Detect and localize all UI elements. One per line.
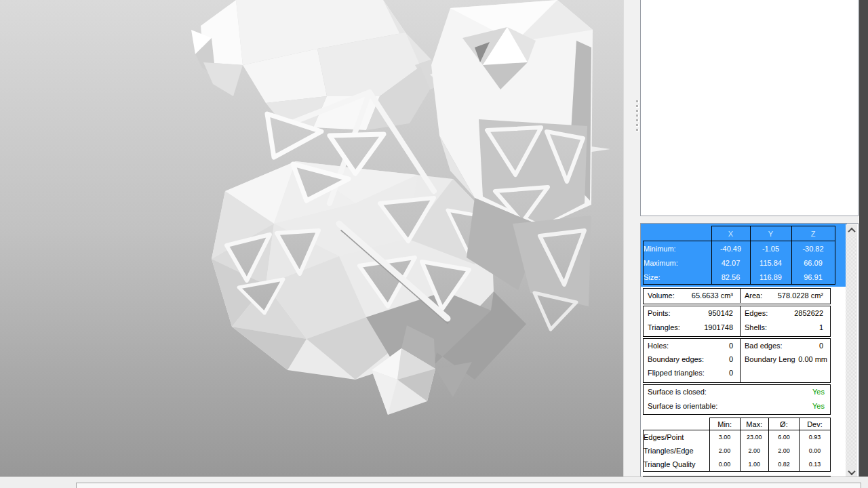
area-value: 578.0228 cm² [778,289,830,303]
app-root: X Y Z Minimum: -40.49 -1.05 -30.82 Maxim… [0,0,868,488]
surface-orientable-row: Surface is orientable: Yes [644,399,830,413]
dims-col-y: Y [750,226,791,241]
chevron-down-icon [848,468,855,475]
holes-value: 0 [729,339,740,352]
holes-label: Holes: [644,339,669,352]
volume-label: Volume: [644,289,675,303]
triangles-label: Triangles: [644,321,680,335]
points-value: 950142 [708,306,740,321]
3d-viewport[interactable] [0,0,623,476]
quality-row-label: Triangle Quality [644,458,710,472]
points-row: Points: 950142 [644,306,740,321]
mesh-counts-box: Points: 950142 Triangles: 1901748 Edges:… [643,306,831,337]
chevron-up-icon [848,228,855,235]
boundary-length-row: Boundary Leng 0.00 mm [741,352,830,366]
mesh-statistics-panel: X Y Z Minimum: -40.49 -1.05 -30.82 Maxim… [640,223,859,480]
status-bar [0,476,868,488]
edges-row: Edges: 2852622 [741,306,830,321]
parts-list-panel [640,0,859,216]
bad-edges-value: 0 [819,339,830,352]
dims-value: 42.07 [711,256,750,270]
dims-value: -40.49 [711,241,750,256]
volume-area-box: Volume: 65.6633 cm³ Area: 578.0228 cm² [643,288,831,304]
triangles-value: 1901748 [704,321,740,335]
quality-value: 2.00 [768,444,799,458]
quality-value: 1.00 [740,458,768,472]
quality-col-avg: Ø: [768,418,799,430]
dimensions-section: X Y Z Minimum: -40.49 -1.05 -30.82 Maxim… [641,224,847,287]
bad-edges-label: Bad edges: [741,339,783,352]
dims-value: -30.82 [791,241,835,256]
dims-row-label: Minimum: [644,241,712,256]
splitter-grip-icon [636,100,639,131]
quality-value: 0.00 [799,444,830,458]
quality-value: 0.82 [768,458,799,472]
shells-value: 1 [819,321,830,335]
panel-splitter[interactable] [623,0,641,476]
triangles-row: Triangles: 1901748 [644,321,740,335]
quality-col-max: Max: [740,418,768,430]
dims-value: 66.09 [791,256,835,270]
dims-row-minimum: Minimum: -40.49 -1.05 -30.82 [644,241,835,256]
surface-status-box: Surface is closed: Yes Surface is orient… [643,384,831,415]
surface-orientable-value: Yes [812,399,830,413]
dimensions-table: X Y Z Minimum: -40.49 -1.05 -30.82 Maxim… [643,226,835,285]
holes-row: Holes: 0 [644,339,740,352]
surface-orientable-label: Surface is orientable: [644,399,717,413]
boundary-edges-label: Boundary edges: [644,352,704,366]
area-label: Area: [741,289,762,303]
scroll-up-button[interactable] [846,224,857,237]
quality-box: Min: Max: Ø: Dev: Edges/Point 3.00 23.00… [643,418,831,474]
quality-row-label: Triangles/Edge [644,444,710,458]
quality-value: 2.00 [740,444,768,458]
quality-col-dev: Dev: [799,418,830,430]
defects-box: Holes: 0 Boundary edges: 0 Flipped trian… [643,338,831,383]
quality-value: 0.00 [709,458,740,472]
dims-row-size: Size: 82.56 116.89 96.91 [644,270,835,285]
dims-row-label: Maximum: [644,256,712,270]
dims-value: 116.89 [750,270,791,285]
dims-corner-cell [644,226,712,241]
quality-corner-cell [644,418,710,430]
quality-value: 3.00 [709,430,740,445]
quality-table: Min: Max: Ø: Dev: Edges/Point 3.00 23.00… [643,418,831,472]
window-edge-strip [859,0,868,483]
shells-label: Shells: [741,321,767,335]
surface-closed-value: Yes [812,385,830,399]
edges-label: Edges: [741,306,768,321]
dims-col-z: Z [791,226,835,241]
dims-value: 96.91 [791,270,835,285]
points-label: Points: [644,306,671,321]
stats-scrollbar[interactable] [846,224,857,479]
quality-row-triangle-quality: Triangle Quality 0.00 1.00 0.82 0.13 [644,458,831,472]
dims-row-maximum: Maximum: 42.07 115.84 66.09 [644,256,835,270]
shells-row: Shells: 1 [741,321,830,335]
flipped-triangles-value: 0 [729,366,740,380]
flipped-triangles-row: Flipped triangles: 0 [644,366,740,380]
edges-value: 2852622 [794,306,830,321]
quality-value: 2.00 [709,444,740,458]
boundary-edges-row: Boundary edges: 0 [644,352,740,366]
bad-edges-row: Bad edges: 0 [741,339,830,352]
quality-value: 0.13 [799,458,830,472]
boundary-edges-value: 0 [729,352,740,366]
status-field [76,483,861,488]
surface-closed-row: Surface is closed: Yes [644,385,830,399]
dims-col-x: X [711,226,750,241]
3d-model [0,0,623,476]
quality-value: 0.93 [799,430,830,445]
area-cell: Area: 578.0228 cm² [740,289,830,303]
boundary-length-label: Boundary Leng [741,352,795,366]
dims-value: -1.05 [750,241,791,256]
quality-value: 23.00 [740,430,768,445]
dims-value: 82.56 [711,270,750,285]
boundary-length-value: 0.00 mm [798,352,830,366]
dims-value: 115.84 [750,256,791,270]
quality-row-label: Edges/Point [644,430,710,445]
dims-row-label: Size: [644,270,712,285]
quality-row-edges-point: Edges/Point 3.00 23.00 6.00 0.93 [644,430,831,445]
volume-value: 65.6633 cm³ [692,289,740,303]
quality-col-min: Min: [709,418,740,430]
volume-cell: Volume: 65.6633 cm³ [644,289,740,303]
surface-closed-label: Surface is closed: [644,385,707,399]
